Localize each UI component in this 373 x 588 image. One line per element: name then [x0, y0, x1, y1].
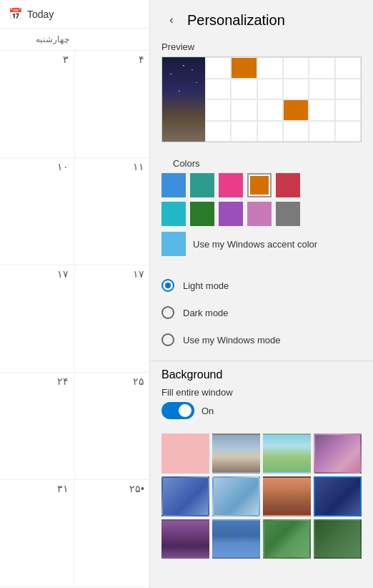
toggle-knob	[179, 404, 192, 417]
preview-cell-r3c2	[231, 99, 257, 121]
calendar-icon: 📅	[9, 7, 23, 21]
calendar-rows: ۳ ۴ ۱۰ ۱۱ ۱۷ ۱۷ ۲۴ ۲۵ ۳۱ •۲۵	[0, 51, 150, 587]
panel-header: ‹ Personalization	[150, 0, 373, 39]
preview-cell-r1c6	[335, 57, 361, 79]
wallpaper-thumb-geo[interactable]	[212, 476, 260, 516]
color-swatch-orange[interactable]	[247, 173, 272, 197]
cal-week-5: ۳۱ •۲۵	[0, 480, 150, 587]
preview-cell-r4c6	[335, 121, 361, 142]
preview-cell-r1c4	[283, 57, 309, 79]
color-swatch-purple[interactable]	[219, 202, 243, 226]
col-header-1: چهارشنبه	[0, 31, 75, 47]
dark-mode-label: Dark mode	[183, 308, 229, 318]
wallpaper-grid	[150, 433, 373, 559]
mode-selection: Light mode Dark mode Use my Windows mode	[150, 269, 373, 356]
windows-mode-option[interactable]: Use my Windows mode	[161, 326, 362, 353]
accent-color-swatch[interactable]	[161, 232, 186, 256]
color-swatch-green[interactable]	[190, 202, 214, 226]
wallpaper-thumb-blue-streak[interactable]	[212, 519, 260, 559]
dark-mode-radio[interactable]	[161, 306, 174, 319]
color-swatch-gray[interactable]	[276, 202, 300, 226]
preview-image	[162, 57, 205, 142]
cal-week-3: ۱۷ ۱۷	[0, 265, 150, 373]
color-swatch-red[interactable]	[276, 173, 300, 197]
wallpaper-thumb-green[interactable]	[263, 519, 311, 559]
fill-window-toggle[interactable]	[161, 402, 194, 419]
accent-color-row: Use my Windows accent color	[161, 232, 362, 256]
preview-cell-r2c3	[257, 79, 283, 100]
calendar-header: 📅 Today	[0, 0, 150, 29]
col-header-2	[75, 31, 150, 47]
background-title: Background	[161, 368, 362, 381]
wallpaper-thumb-waves[interactable]	[314, 433, 362, 474]
wallpaper-thumb-stars[interactable]	[314, 476, 362, 516]
preview-accent-cell-1	[231, 57, 257, 79]
cal-cell-5-2: •۲۵	[75, 480, 150, 587]
wallpaper-thumb-purple-floral[interactable]	[161, 519, 209, 559]
windows-mode-radio[interactable]	[161, 333, 174, 346]
wallpaper-thumb-pink[interactable]	[161, 433, 209, 474]
cal-cell-4-2: ۲۵	[75, 373, 150, 479]
cal-cell-1-1: ۳	[0, 51, 75, 157]
cal-cell-3-1: ۱۷	[0, 265, 75, 372]
color-swatch-teal[interactable]	[190, 173, 214, 197]
preview-cell-r2c1	[205, 79, 231, 100]
preview-cell-r1c3	[257, 57, 283, 79]
cal-cell-3-2: ۱۷	[75, 265, 150, 372]
fill-window-label: Fill entire window	[161, 387, 362, 398]
cal-week-1: ۳ ۴	[0, 51, 150, 158]
light-mode-label: Light mode	[183, 280, 229, 291]
preview-cell-r2c5	[309, 79, 334, 100]
wallpaper-thumb-mountain[interactable]	[212, 433, 260, 474]
color-swatch-cyan[interactable]	[161, 202, 186, 226]
preview-area	[161, 57, 362, 142]
preview-cell-r3c6	[335, 99, 361, 121]
today-label[interactable]: Today	[27, 9, 54, 20]
windows-mode-label: Use my Windows mode	[183, 335, 281, 346]
colors-row-2	[161, 202, 362, 226]
preview-cell-r1c5	[309, 57, 334, 79]
preview-cell-r3c3	[257, 99, 283, 121]
color-swatch-blue[interactable]	[161, 173, 186, 197]
preview-cell-r4c4	[283, 121, 309, 142]
accent-color-label: Use my Windows accent color	[193, 239, 317, 250]
preview-cell-r1c1	[205, 57, 231, 79]
panel-title: Personalization	[187, 12, 285, 29]
cal-cell-4-1: ۲۴	[0, 373, 75, 479]
cal-cell-5-1: ۳۱	[0, 480, 75, 587]
calendar-col-headers: چهارشنبه	[0, 29, 150, 51]
colors-label: Colors	[161, 155, 362, 173]
preview-cell-r2c4	[283, 79, 309, 100]
wallpaper-thumb-sunset[interactable]	[263, 476, 311, 516]
wallpaper-thumb-tree[interactable]	[263, 433, 311, 474]
preview-cell-r4c5	[309, 121, 334, 142]
preview-cell-r4c2	[231, 121, 257, 142]
preview-cell-r2c2	[231, 79, 257, 100]
preview-cell-r4c3	[257, 121, 283, 142]
preview-cell-r3c5	[309, 99, 334, 121]
wallpaper-thumb-blue-abstract[interactable]	[161, 476, 209, 516]
calendar-panel: 📅 Today چهارشنبه ۳ ۴ ۱۰ ۱۱ ۱۷ ۱۷ ۲۴ ۲۵ ۳…	[0, 0, 150, 588]
cal-cell-2-1: ۱۰	[0, 158, 75, 265]
preview-cell-r3c1	[205, 99, 231, 121]
light-mode-radio[interactable]	[161, 279, 174, 292]
preview-cell-r2c6	[335, 79, 361, 100]
back-button[interactable]: ‹	[161, 10, 181, 30]
cal-week-4: ۲۴ ۲۵	[0, 373, 150, 480]
preview-label: Preview	[150, 39, 373, 57]
preview-cell-r4c1	[205, 121, 231, 142]
color-swatch-lavender[interactable]	[247, 202, 272, 226]
toggle-state-label: On	[202, 406, 214, 416]
preview-accent-cell-2	[283, 99, 309, 121]
cal-cell-2-2: ۱۱	[75, 158, 150, 265]
light-mode-option[interactable]: Light mode	[161, 272, 362, 299]
color-swatch-pink[interactable]	[219, 173, 243, 197]
wallpaper-thumb-forest[interactable]	[314, 519, 362, 559]
cal-week-2: ۱۰ ۱۱	[0, 158, 150, 265]
background-section: Background Fill entire window On	[150, 361, 373, 433]
cal-cell-1-2: ۴	[75, 51, 150, 157]
personalization-panel: ‹ Personalization Preview Colors	[149, 0, 373, 588]
colors-section: Colors Use my Windows accent color	[150, 151, 373, 269]
back-arrow-icon: ‹	[169, 14, 173, 26]
dark-mode-option[interactable]: Dark mode	[161, 299, 362, 326]
